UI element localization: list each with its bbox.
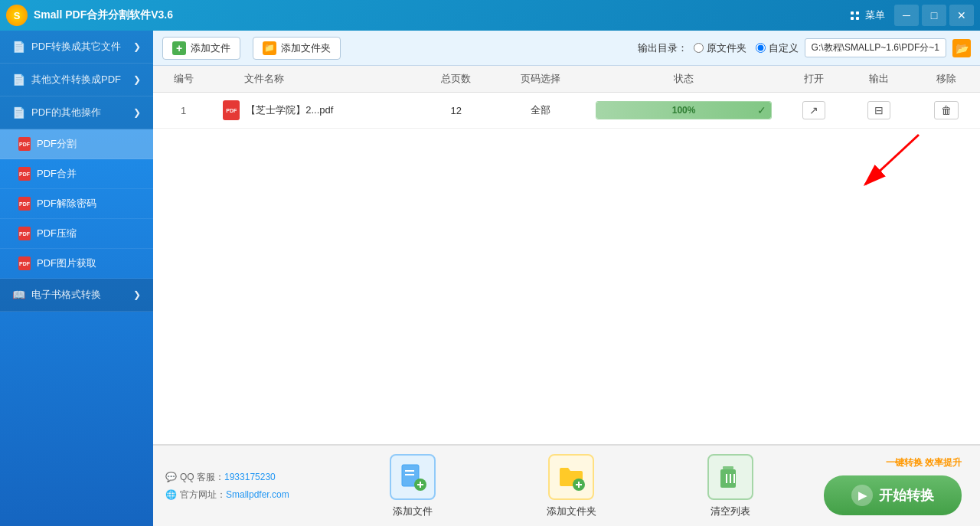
chevron-right-icon-0: ❯ — [133, 41, 141, 52]
sidebar-sub-label-pdf-compress: PDF压缩 — [37, 227, 77, 240]
sidebar-label-other-to-pdf: 其他文件转换成PDF — [31, 73, 121, 87]
app-logo: S — [6, 5, 28, 26]
browse-folder-button[interactable]: 📂 — [952, 39, 971, 57]
bottom-add-folder-icon — [548, 454, 594, 500]
bottom-bar: 💬 QQ 客服： 1933175230 🌐 官方网址： Smallpdfer.c… — [153, 444, 980, 526]
col-page-select: 页码选择 — [495, 66, 587, 93]
sidebar-sub-label-pdf-unlock: PDF解除密码 — [37, 197, 96, 211]
start-convert-button[interactable]: ▶ 开始转换 — [824, 475, 962, 515]
bottom-add-file-label: 添加文件 — [393, 505, 433, 518]
chevron-down-icon-2: ❯ — [133, 107, 141, 118]
sidebar-sub-item-pdf-split[interactable]: PDF PDF分割 — [0, 129, 153, 159]
cell-remove[interactable]: 🗑 — [912, 93, 980, 129]
sidebar-sub-label-pdf-merge: PDF合并 — [37, 167, 77, 181]
radio-custom-label: 自定义 — [769, 41, 799, 55]
close-button[interactable]: ✕ — [949, 5, 974, 26]
website-link[interactable]: Smallpdfer.com — [226, 489, 289, 500]
add-folder-button[interactable]: 📁 添加文件夹 — [253, 37, 341, 60]
col-remove: 移除 — [912, 66, 980, 93]
output-label: 输出目录： — [638, 41, 688, 55]
file-pdf-icon: PDF — [223, 100, 240, 120]
chevron-right-icon-1: ❯ — [133, 74, 141, 85]
remove-file-button[interactable]: 🗑 — [934, 101, 959, 119]
cell-open[interactable]: ↗ — [781, 93, 847, 129]
table-row: 1 PDF 【芝士学院】2...pdf 12 全部 1 — [153, 93, 980, 129]
menu-area[interactable]: 菜单 — [851, 5, 885, 26]
pdf-split-file-icon: PDF — [18, 137, 31, 151]
file-table: 编号 文件名称 总页数 页码选择 状态 打开 输出 移除 1 — [153, 66, 980, 129]
sidebar-sub-label-pdf-image: PDF图片获取 — [37, 256, 96, 270]
col-filename: 文件名称 — [214, 66, 418, 93]
sidebar-sub-label-pdf-split: PDF分割 — [37, 137, 77, 151]
radio-custom-input[interactable] — [756, 43, 766, 53]
toolbar: + 添加文件 📁 添加文件夹 输出目录： 原文件夹 自定义 — [153, 31, 980, 66]
cell-num: 1 — [153, 93, 214, 129]
pdf-ops-icon: 📄 — [12, 106, 25, 119]
sidebar-sub-item-pdf-compress[interactable]: PDF PDF压缩 — [0, 219, 153, 249]
minimize-button[interactable]: ─ — [894, 5, 919, 26]
output-file-button[interactable]: ⊟ — [867, 101, 890, 119]
sidebar-sub-item-pdf-merge[interactable]: PDF PDF合并 — [0, 159, 153, 189]
sidebar-item-ebook[interactable]: 📖 电子书格式转换 ❯ — [0, 279, 153, 312]
bottom-add-folder[interactable]: 添加文件夹 — [547, 454, 596, 518]
pdf-compress-file-icon: PDF — [18, 227, 31, 240]
sidebar-item-pdf-ops[interactable]: 📄 PDF的其他操作 ❯ — [0, 96, 153, 129]
radio-original-input[interactable] — [694, 43, 704, 53]
maximize-button[interactable]: □ — [922, 5, 946, 26]
ebook-icon: 📖 — [12, 289, 25, 301]
output-controls: 输出目录： 原文件夹 自定义 G:\教程\SMALLP~1.6\PDF分~1 📂 — [638, 38, 971, 57]
bottom-clear-list[interactable]: 清空列表 — [707, 454, 753, 518]
website-info: 🌐 官方网址： Smallpdfer.com — [165, 488, 318, 501]
add-file-label: 添加文件 — [191, 41, 230, 55]
bottom-contact-info: 💬 QQ 客服： 1933175230 🌐 官方网址： Smallpdfer.c… — [165, 465, 318, 508]
bottom-add-file[interactable]: 添加文件 — [390, 454, 436, 518]
file-table-container: 编号 文件名称 总页数 页码选择 状态 打开 输出 移除 1 — [153, 66, 980, 444]
sidebar-item-pdf-to-other[interactable]: 📄 PDF转换成其它文件 ❯ — [0, 31, 153, 64]
app-title: Small PDF合并分割软件V3.6 — [34, 8, 851, 22]
start-btn-label: 开始转换 — [879, 486, 934, 505]
add-file-button[interactable]: + 添加文件 — [162, 37, 240, 60]
file-info: PDF 【芝士学院】2...pdf — [223, 100, 409, 120]
open-file-button[interactable]: ↗ — [802, 101, 825, 119]
bottom-right: 一键转换 效率提升 ▶ 开始转换 — [824, 456, 968, 515]
sidebar-item-other-to-pdf[interactable]: 📄 其他文件转换成PDF ❯ — [0, 64, 153, 96]
chevron-right-icon-3: ❯ — [133, 289, 141, 300]
qq-number-link[interactable]: 1933175230 — [224, 472, 276, 482]
radio-custom-folder[interactable]: 自定义 — [756, 41, 799, 55]
qq-info: 💬 QQ 客服： 1933175230 — [165, 471, 318, 484]
sidebar-sub-item-pdf-image[interactable]: PDF PDF图片获取 — [0, 249, 153, 279]
folder-browse-icon: 📂 — [956, 42, 969, 54]
sidebar-sub-item-pdf-unlock[interactable]: PDF PDF解除密码 — [0, 189, 153, 219]
svg-line-1 — [865, 135, 919, 185]
menu-grid-icon — [851, 11, 859, 20]
titlebar: S Small PDF合并分割软件V3.6 菜单 ─ □ ✕ — [0, 0, 980, 31]
globe-icon: 🌐 — [165, 489, 177, 500]
svg-rect-11 — [723, 466, 733, 469]
arrow-annotation — [842, 127, 934, 207]
pdf-convert-icon: 📄 — [12, 41, 25, 53]
filename-text: 【芝士学院】2...pdf — [246, 103, 333, 117]
bottom-clear-label: 清空列表 — [710, 505, 750, 518]
cell-output[interactable]: ⊟ — [847, 93, 913, 129]
output-path-display: G:\教程\SMALLP~1.6\PDF分~1 — [805, 38, 946, 57]
col-num: 编号 — [153, 66, 214, 93]
qq-label: QQ 客服： — [180, 471, 224, 484]
cell-status: 100% ✓ — [586, 93, 781, 129]
pdf-unlock-file-icon: PDF — [18, 197, 31, 211]
col-status: 状态 — [586, 66, 781, 93]
col-open: 打开 — [781, 66, 847, 93]
sidebar-label-ebook: 电子书格式转换 — [31, 288, 101, 302]
add-folder-label: 添加文件夹 — [281, 41, 331, 55]
bottom-add-folder-label: 添加文件夹 — [547, 505, 596, 518]
efficiency-text: 一键转换 效率提升 — [886, 456, 962, 469]
sidebar-label-pdf-ops: PDF的其他操作 — [31, 106, 101, 119]
pdf-merge-file-icon: PDF — [18, 167, 31, 181]
menu-label: 菜单 — [865, 8, 885, 22]
cell-pages: 12 — [418, 93, 495, 129]
col-pages: 总页数 — [418, 66, 495, 93]
radio-original-folder[interactable]: 原文件夹 — [694, 41, 746, 55]
website-label: 官方网址： — [180, 488, 226, 501]
window-controls: 菜单 ─ □ ✕ — [851, 5, 974, 26]
cell-filename: PDF 【芝士学院】2...pdf — [214, 93, 418, 129]
cell-page-select: 全部 — [495, 93, 587, 129]
